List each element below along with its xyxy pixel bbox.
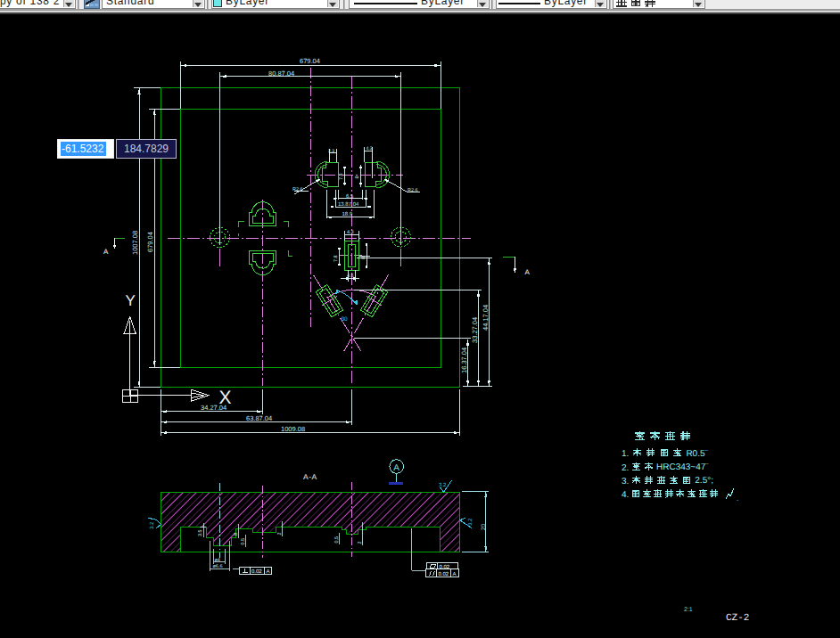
svg-text:63.87.04: 63.87.04 — [246, 414, 272, 422]
svg-text:A: A — [453, 571, 457, 577]
svg-text:1007.08: 1007.08 — [131, 231, 139, 255]
svg-text:679.04: 679.04 — [300, 57, 320, 65]
svg-text:20: 20 — [481, 523, 487, 530]
svg-text:2.5°;: 2.5°; — [695, 476, 713, 486]
svg-text:7.8: 7.8 — [334, 255, 339, 262]
svg-text:2: 2 — [358, 541, 363, 544]
svg-text:R0.5¨: R0.5¨ — [686, 449, 707, 459]
svg-text:4.3: 4.3 — [366, 146, 373, 151]
svg-text:3.5: 3.5 — [198, 529, 203, 536]
svg-text:80.87.04: 80.87.04 — [268, 70, 294, 78]
svg-text:HRC343~47¨: HRC343~47¨ — [656, 462, 709, 472]
svg-text:A: A — [525, 268, 531, 276]
svg-text:A: A — [393, 463, 399, 473]
svg-text:13.87.04: 13.87.04 — [338, 201, 359, 208]
svg-text:0.02: 0.02 — [439, 571, 449, 577]
svg-text:1009.08: 1009.08 — [281, 425, 305, 433]
svg-text:16.37.04: 16.37.04 — [460, 348, 468, 373]
svg-text:A: A — [103, 248, 109, 256]
svg-text:0.02: 0.02 — [251, 568, 262, 575]
svg-text:ø6.6: ø6.6 — [213, 564, 223, 569]
svg-text:3.2: 3.2 — [149, 521, 155, 529]
svg-text:4.: 4. — [622, 490, 629, 500]
svg-text:Y: Y — [126, 292, 136, 309]
svg-text:4.3: 4.3 — [347, 230, 354, 235]
svg-text:0.5: 0.5 — [241, 538, 246, 545]
svg-text:2:1: 2:1 — [684, 607, 693, 613]
svg-text:18.9: 18.9 — [342, 211, 353, 217]
svg-text:34.27.04: 34.27.04 — [201, 404, 226, 412]
svg-text:8: 8 — [355, 176, 360, 178]
svg-text:4.5: 4.5 — [347, 274, 354, 279]
svg-text:8: 8 — [361, 257, 366, 259]
svg-text:33.27.04: 33.27.04 — [471, 317, 479, 343]
svg-text:3.2: 3.2 — [467, 518, 474, 526]
svg-text:R2.6: R2.6 — [408, 188, 418, 193]
svg-text:30: 30 — [342, 316, 349, 323]
svg-text:2.3: 2.3 — [328, 149, 334, 154]
svg-text:679.04: 679.04 — [146, 232, 154, 252]
svg-text:1.: 1. — [622, 449, 629, 459]
svg-text:6.5: 6.5 — [346, 193, 354, 200]
svg-text:ø4: ø4 — [215, 558, 220, 563]
svg-text:44.17.04: 44.17.04 — [482, 305, 490, 331]
svg-text:3.2: 3.2 — [439, 482, 447, 488]
svg-text:.: . — [737, 495, 738, 503]
svg-text:0.5: 0.5 — [334, 536, 340, 544]
svg-text:R2.6: R2.6 — [292, 187, 303, 192]
svg-text:0.02: 0.02 — [440, 564, 450, 570]
svg-text:A: A — [267, 568, 270, 575]
svg-text:A-A: A-A — [303, 472, 317, 481]
svg-text:CZ-2: CZ-2 — [726, 613, 749, 624]
svg-text:2: 2 — [277, 532, 283, 535]
svg-text:2.: 2. — [622, 463, 629, 473]
svg-text:3.: 3. — [622, 477, 629, 487]
svg-text:8: 8 — [234, 533, 239, 536]
svg-text:7.8: 7.8 — [339, 173, 344, 180]
